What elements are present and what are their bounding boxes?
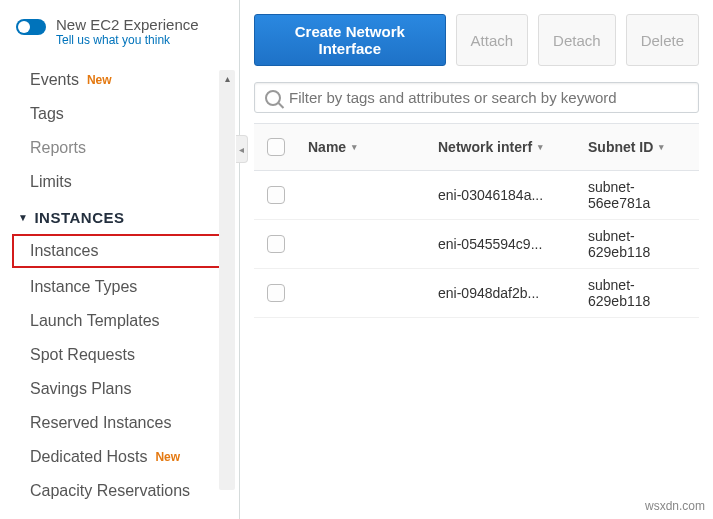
scroll-up-icon[interactable]: ▴ bbox=[219, 70, 235, 86]
sort-icon: ▾ bbox=[659, 142, 664, 152]
sidebar-section-instances[interactable]: ▼ INSTANCES bbox=[0, 199, 239, 232]
sidebar-item-savings-plans[interactable]: Savings Plans bbox=[0, 372, 239, 406]
column-label: Name bbox=[308, 139, 346, 155]
column-label: Subnet ID bbox=[588, 139, 653, 155]
row-checkbox[interactable] bbox=[267, 284, 285, 302]
column-header-name[interactable]: Name ▾ bbox=[298, 130, 428, 164]
search-icon bbox=[265, 90, 281, 106]
sort-icon: ▾ bbox=[352, 142, 357, 152]
sidebar-item-tags[interactable]: Tags bbox=[0, 97, 239, 131]
sidebar-item-label: Instances bbox=[30, 242, 98, 260]
sidebar-item-label: Spot Requests bbox=[30, 346, 135, 364]
attach-button[interactable]: Attach bbox=[456, 14, 529, 66]
row-checkbox[interactable] bbox=[267, 186, 285, 204]
column-header-network-interface[interactable]: Network interf ▾ bbox=[428, 130, 578, 164]
main-content: Create Network Interface Attach Detach D… bbox=[240, 0, 713, 519]
cell-name bbox=[298, 269, 428, 317]
watermark: wsxdn.com bbox=[645, 499, 705, 513]
sidebar-item-label: Instance Types bbox=[30, 278, 137, 296]
sidebar-item-instance-types[interactable]: Instance Types bbox=[0, 270, 239, 304]
row-checkbox[interactable] bbox=[267, 235, 285, 253]
sidebar-item-spot-requests[interactable]: Spot Requests bbox=[0, 338, 239, 372]
create-network-interface-button[interactable]: Create Network Interface bbox=[254, 14, 446, 66]
sidebar-item-label: Reports bbox=[30, 139, 86, 157]
sidebar-item-capacity-reservations[interactable]: Capacity Reservations bbox=[0, 474, 239, 508]
sidebar-item-label: Capacity Reservations bbox=[30, 482, 190, 500]
sidebar-item-label: Savings Plans bbox=[30, 380, 131, 398]
select-all-column[interactable] bbox=[254, 130, 298, 164]
cell-subnet: subnet-629eb118 bbox=[578, 220, 699, 268]
cell-subnet: subnet-56ee781a bbox=[578, 171, 699, 219]
table-row[interactable]: eni-03046184a... subnet-56ee781a bbox=[254, 171, 699, 220]
toolbar: Create Network Interface Attach Detach D… bbox=[254, 14, 699, 66]
column-header-subnet-id[interactable]: Subnet ID ▾ bbox=[578, 130, 699, 164]
table-row[interactable]: eni-0545594c9... subnet-629eb118 bbox=[254, 220, 699, 269]
sidebar-item-limits[interactable]: Limits bbox=[0, 165, 239, 199]
caret-down-icon: ▼ bbox=[18, 212, 28, 223]
sort-icon: ▾ bbox=[538, 142, 543, 152]
sidebar-scrollbar[interactable]: ▴ bbox=[219, 70, 235, 490]
sidebar-item-events[interactable]: Events New bbox=[0, 63, 239, 97]
sidebar-item-label: Tags bbox=[30, 105, 64, 123]
sidebar-item-instances[interactable]: Instances bbox=[12, 234, 225, 268]
sidebar-item-label: Launch Templates bbox=[30, 312, 160, 330]
cell-subnet: subnet-629eb118 bbox=[578, 269, 699, 317]
network-interfaces-table: Name ▾ Network interf ▾ Subnet ID ▾ eni-… bbox=[254, 123, 699, 318]
sidebar: New EC2 Experience Tell us what you thin… bbox=[0, 0, 240, 519]
section-label: INSTANCES bbox=[34, 209, 124, 226]
delete-button[interactable]: Delete bbox=[626, 14, 699, 66]
cell-name bbox=[298, 171, 428, 219]
detach-button[interactable]: Detach bbox=[538, 14, 616, 66]
sidebar-item-label: Events bbox=[30, 71, 79, 89]
cell-network-interface: eni-0545594c9... bbox=[428, 220, 578, 268]
cell-network-interface: eni-03046184a... bbox=[428, 171, 578, 219]
cell-name bbox=[298, 220, 428, 268]
sidebar-nav: Events New Tags Reports Limits ▼ INSTANC… bbox=[0, 53, 239, 508]
search-input[interactable] bbox=[289, 89, 688, 106]
search-filter[interactable] bbox=[254, 82, 699, 113]
sidebar-item-reserved-instances[interactable]: Reserved Instances bbox=[0, 406, 239, 440]
new-badge: New bbox=[87, 73, 112, 87]
sidebar-item-dedicated-hosts[interactable]: Dedicated Hosts New bbox=[0, 440, 239, 474]
new-badge: New bbox=[155, 450, 180, 464]
sidebar-item-label: Dedicated Hosts bbox=[30, 448, 147, 466]
experience-toggle[interactable] bbox=[16, 19, 46, 35]
experience-title: New EC2 Experience bbox=[56, 16, 199, 33]
sidebar-item-label: Limits bbox=[30, 173, 72, 191]
table-header-row: Name ▾ Network interf ▾ Subnet ID ▾ bbox=[254, 124, 699, 171]
checkbox-icon[interactable] bbox=[267, 138, 285, 156]
new-experience-header: New EC2 Experience Tell us what you thin… bbox=[0, 10, 239, 53]
column-label: Network interf bbox=[438, 139, 532, 155]
sidebar-item-launch-templates[interactable]: Launch Templates bbox=[0, 304, 239, 338]
cell-network-interface: eni-0948daf2b... bbox=[428, 269, 578, 317]
sidebar-item-label: Reserved Instances bbox=[30, 414, 171, 432]
feedback-link[interactable]: Tell us what you think bbox=[56, 33, 199, 47]
sidebar-item-reports[interactable]: Reports bbox=[0, 131, 239, 165]
table-row[interactable]: eni-0948daf2b... subnet-629eb118 bbox=[254, 269, 699, 318]
